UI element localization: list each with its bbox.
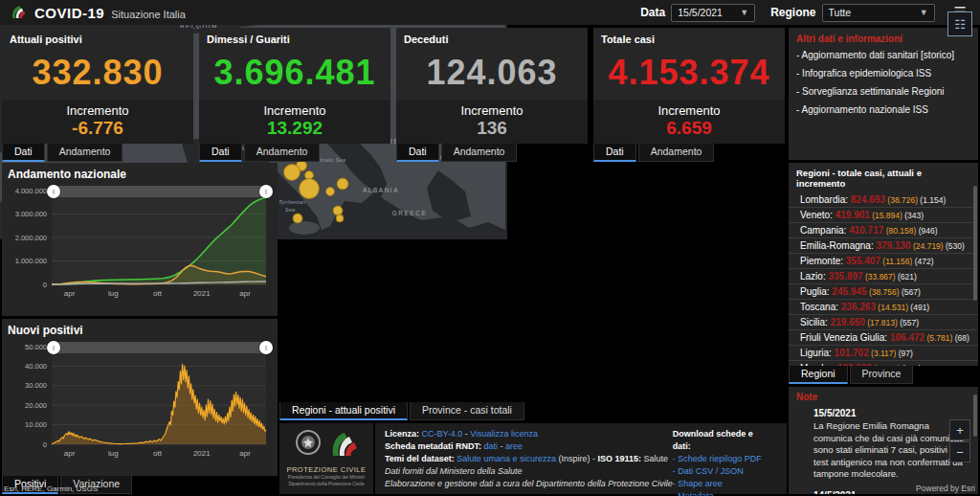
region-increment: (557)	[898, 318, 919, 327]
map-region-bubble[interactable]	[293, 214, 302, 223]
region-current-positives: (15.894)	[870, 211, 902, 220]
regions-list: Lombardia: 824.693 (38.726) (1.154)Venet…	[789, 192, 978, 366]
stat-card-2-tabstrip: DatiAndamento	[396, 144, 517, 162]
new-positives-panel: Nuovi positivi 010.00020.00030.00040.000…	[2, 319, 278, 476]
region-name: Lombardia:	[800, 194, 851, 205]
chevron-down-icon: ▼	[740, 8, 748, 17]
date-select[interactable]: 15/5/2021 ▼	[671, 4, 755, 22]
map-region-bubble[interactable]	[333, 206, 343, 215]
region-select[interactable]: Tutte ▼	[822, 4, 935, 22]
card1-tab-dati[interactable]: Dati	[199, 144, 242, 162]
footer-link[interactable]: aree	[505, 441, 523, 451]
region-row[interactable]: Puglia: 245.945 (38.756) (567)	[789, 284, 978, 300]
footer-link[interactable]: CC-BY-4.0	[422, 429, 463, 439]
region-row[interactable]: Friuli Venezia Giulia: 106.472 (5.781) (…	[789, 330, 978, 346]
increment-label: Incremento	[199, 103, 390, 118]
protezione-civile-logo-box: PROTEZIONE CIVILE Presidenza del Consigl…	[279, 423, 373, 494]
region-row[interactable]: Veneto: 419.901 (15.894) (343)	[789, 208, 978, 223]
region-row[interactable]: Piemonte: 355.407 (11.156) (472)	[789, 254, 978, 269]
stat-card-0: Attuali positivi332.830Incremento-6.776	[2, 28, 193, 144]
increment-value: 136	[396, 118, 588, 138]
download-links: Schede riepilogo PDFDati CSV / JSONShape…	[673, 453, 771, 496]
footer-link[interactable]: Visualizza licenza	[470, 429, 538, 439]
increment-label: Incremento	[593, 103, 785, 118]
region-row[interactable]: Campania: 410.717 (80.158) (946)	[789, 223, 978, 238]
card0-tab-andamento[interactable]: Andamento	[47, 144, 123, 162]
footer-text: Scheda metadati RNDT:	[385, 441, 484, 451]
region-name: Emilia-Romagna:	[800, 240, 876, 251]
region-row[interactable]: Lombardia: 824.693 (38.726) (1.154)	[789, 192, 978, 208]
map-sea-label: Tyrrhenian	[278, 199, 306, 205]
region-name: Friuli Venezia Giulia:	[800, 332, 890, 343]
stat-card-value: 3.696.481	[199, 45, 390, 101]
region-row[interactable]: Sicilia: 219.650 (17.813) (557)	[789, 315, 978, 330]
chart2-range-slider[interactable]: ‖ ‖	[54, 342, 266, 353]
stat-card-value: 4.153.374	[593, 45, 785, 101]
region-row[interactable]: Lazio: 335.897 (33.867) (621)	[789, 269, 978, 284]
license-column: Licenza: CC-BY-4.0 - Visualizza licenzaS…	[385, 428, 673, 489]
stat-card-value: 124.063	[396, 45, 588, 101]
map-tab-province-casi-totali[interactable]: Province - casi totali	[410, 402, 524, 420]
note-item: 15/5/2021La Regione Emilia Romagna comun…	[813, 408, 970, 481]
download-link[interactable]: Dati CSV / JSON	[673, 465, 771, 478]
region-row[interactable]: Emilia-Romagna: 379.130 (24.719) (530)	[789, 238, 978, 254]
region-row[interactable]: Toscana: 236.263 (14.531) (491)	[789, 300, 978, 315]
card2-tab-dati[interactable]: Dati	[396, 144, 439, 162]
svg-text:40.000: 40.000	[25, 362, 47, 371]
card3-tab-dati[interactable]: Dati	[593, 144, 636, 162]
footer-line: Licenza: CC-BY-4.0 - Visualizza licenza	[385, 428, 673, 440]
region-increment: (530)	[944, 241, 965, 251]
map-region-bubble[interactable]	[336, 214, 344, 222]
map-region-bubble[interactable]	[300, 179, 320, 199]
footer-link[interactable]: Salute umana e sicurezza	[457, 454, 556, 463]
info-link[interactable]: Aggiornamento nazionale ISS	[796, 104, 970, 115]
download-link[interactable]: Shape aree	[673, 478, 771, 490]
stat-card-title: Attuali positivi	[2, 28, 193, 45]
map-region-bubble[interactable]	[337, 178, 348, 190]
info-link[interactable]: Sorveglianza settimanale Regioni	[796, 86, 970, 97]
card1-tab-andamento[interactable]: Andamento	[244, 144, 321, 162]
info-link[interactable]: Aggiornamento dati sanitari [storico]	[796, 50, 970, 60]
pc-logo-title: PROTEZIONE CIVILE	[285, 465, 368, 474]
card3-tab-andamento[interactable]: Andamento	[638, 144, 715, 162]
regions-tabstrip: RegioniProvince	[789, 366, 913, 384]
download-column: Download schede e dati: Schede riepilogo…	[673, 428, 777, 489]
regions-scrollbar[interactable]	[973, 186, 977, 301]
notes-panel: Note 15/5/2021La Regione Emilia Romagna …	[789, 387, 978, 494]
other-data-panel: Altri dati e informazioni Aggiornamento …	[789, 28, 978, 160]
header-bar: COVID-19 Situazione Italia Data 15/5/202…	[0, 0, 980, 25]
svg-text:20.000: 20.000	[25, 401, 47, 410]
chart2-slider-handle-left[interactable]: ‖	[47, 341, 60, 354]
svg-text:1.000.000: 1.000.000	[15, 257, 47, 265]
svg-text:2021: 2021	[193, 289, 211, 298]
map-country-label: ALBANIA	[363, 187, 399, 193]
svg-text:2021: 2021	[193, 449, 211, 458]
download-link[interactable]: Schede riepilogo PDF	[673, 453, 771, 465]
map-region-bubble[interactable]	[284, 165, 301, 181]
region-select-value: Tutte	[829, 7, 852, 18]
stat-card-increment: Incremento136	[396, 101, 588, 144]
info-link[interactable]: Infografica epidemiologica ISS	[796, 68, 970, 79]
regions-tab-regioni[interactable]: Regioni	[789, 366, 848, 384]
note-date: 15/5/2021	[813, 408, 970, 418]
stat-card-value: 332.830	[2, 45, 193, 101]
region-increment: (1.154)	[918, 195, 946, 205]
region-current-positives: (14.531)	[876, 303, 908, 312]
chart2-slider-handle-right[interactable]: ‖	[259, 341, 273, 354]
notes-scrollbar[interactable]	[973, 395, 977, 437]
card0-tab-dati[interactable]: Dati	[2, 144, 45, 162]
region-current-positives: (3.117)	[869, 349, 897, 358]
chart1-slider-handle-right[interactable]: ‖	[259, 185, 273, 198]
date-select-value: 15/5/2021	[678, 7, 723, 18]
region-total-cases: 410.717	[849, 225, 883, 236]
footer-link[interactable]: dati	[484, 441, 499, 451]
map-region-bubble[interactable]	[326, 188, 335, 196]
chart1-slider-handle-left[interactable]: ‖	[47, 185, 60, 198]
regions-tab-province[interactable]: Province	[850, 366, 914, 384]
download-link[interactable]: Metadata	[673, 490, 771, 496]
region-row[interactable]: Liguria: 101.702 (3.117) (97)	[789, 346, 978, 361]
chart1-range-slider[interactable]: ‖ ‖	[54, 186, 266, 197]
card2-tab-andamento[interactable]: Andamento	[441, 144, 518, 162]
map-tab-regioni-attuali-positivi[interactable]: Regioni - attuali positivi	[279, 402, 408, 420]
footer-text: Salute	[641, 454, 668, 463]
